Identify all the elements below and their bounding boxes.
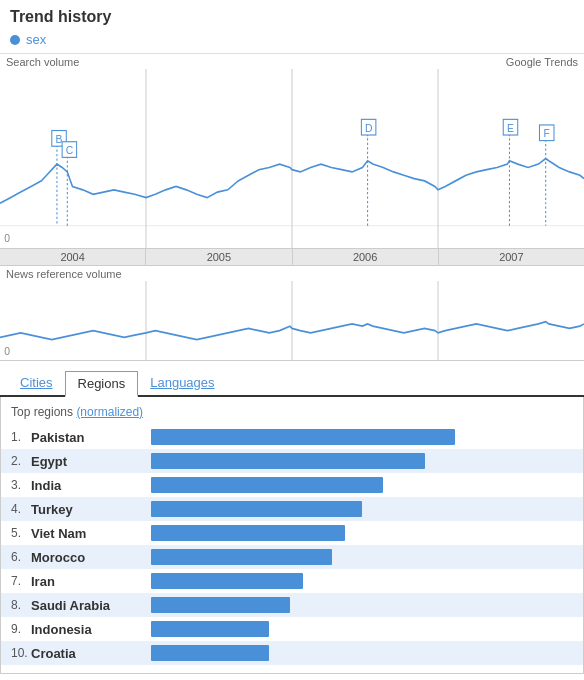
tab-cities[interactable]: Cities <box>8 371 65 395</box>
region-name: Indonesia <box>31 622 151 637</box>
region-rank: 1. <box>11 430 31 444</box>
news-chart-area: 0 <box>0 281 584 361</box>
region-bar-container <box>151 501 573 517</box>
keyword-dot <box>10 35 20 45</box>
svg-text:E: E <box>507 121 514 133</box>
region-name: India <box>31 478 151 493</box>
region-row: 7. Iran <box>11 569 573 593</box>
region-rank: 8. <box>11 598 31 612</box>
year-2007: 2007 <box>439 249 584 265</box>
region-row: 9. Indonesia <box>11 617 573 641</box>
region-rank: 4. <box>11 502 31 516</box>
region-bar-container <box>151 573 573 589</box>
region-bar <box>151 453 425 469</box>
region-bar-container <box>151 477 573 493</box>
tab-regions[interactable]: Regions <box>65 371 139 397</box>
region-rank: 7. <box>11 574 31 588</box>
tab-languages[interactable]: Languages <box>138 371 226 395</box>
search-volume-chart: Search volume Google Trends B C <box>0 53 584 361</box>
region-rank: 10. <box>11 646 31 660</box>
year-2004: 2004 <box>0 249 146 265</box>
tabs-section: Cities Regions Languages Top regions (no… <box>0 361 584 674</box>
region-bar <box>151 573 303 589</box>
region-name: Croatia <box>31 646 151 661</box>
region-bar <box>151 429 455 445</box>
google-trends-label: Google Trends <box>506 56 578 68</box>
svg-text:0: 0 <box>4 345 10 358</box>
region-bar <box>151 525 345 541</box>
region-bar <box>151 477 383 493</box>
region-bar <box>151 501 362 517</box>
region-bar <box>151 645 269 661</box>
panel-title: Trend history <box>0 0 584 30</box>
region-name: Saudi Arabia <box>31 598 151 613</box>
region-row: 5. Viet Nam <box>11 521 573 545</box>
keyword-label: sex <box>26 32 46 47</box>
region-bar <box>151 549 332 565</box>
region-row: 2. Egypt <box>1 449 583 473</box>
svg-text:D: D <box>365 121 373 133</box>
region-rank: 3. <box>11 478 31 492</box>
region-bar <box>151 597 290 613</box>
region-row: 8. Saudi Arabia <box>1 593 583 617</box>
region-rank: 6. <box>11 550 31 564</box>
svg-text:C: C <box>66 144 74 156</box>
region-name: Pakistan <box>31 430 151 445</box>
year-axis: 2004 2005 2006 2007 <box>0 249 584 266</box>
main-chart-area: B C D E F 0 <box>0 69 584 249</box>
search-volume-label: Search volume <box>0 54 85 70</box>
region-rank: 5. <box>11 526 31 540</box>
region-rank: 9. <box>11 622 31 636</box>
news-volume-label: News reference volume <box>0 266 128 282</box>
year-2005: 2005 <box>146 249 292 265</box>
region-row: 3. India <box>11 473 573 497</box>
main-chart-svg: B C D E F 0 <box>0 69 584 248</box>
region-name: Morocco <box>31 550 151 565</box>
year-2006: 2006 <box>293 249 439 265</box>
region-bar-container <box>151 645 573 661</box>
region-bar-container <box>151 453 573 469</box>
region-row: 4. Turkey <box>1 497 583 521</box>
trend-history-panel: Trend history sex Search volume Google T… <box>0 0 584 674</box>
region-bar-container <box>151 525 573 541</box>
region-name: Iran <box>31 574 151 589</box>
news-chart-svg: 0 <box>0 281 584 360</box>
region-bar-container <box>151 621 573 637</box>
regions-title: Top regions (normalized) <box>11 405 573 419</box>
region-row: 10. Croatia <box>1 641 583 665</box>
region-row: 6. Morocco <box>1 545 583 569</box>
svg-text:F: F <box>544 127 551 139</box>
region-rank: 2. <box>11 454 31 468</box>
region-row: 1. Pakistan <box>11 425 573 449</box>
region-bar-container <box>151 597 573 613</box>
region-name: Egypt <box>31 454 151 469</box>
regions-container: Top regions (normalized) 1. Pakistan 2. … <box>0 397 584 674</box>
svg-text:0: 0 <box>4 232 10 244</box>
region-bar <box>151 621 269 637</box>
region-bar-container <box>151 429 573 445</box>
svg-text:B: B <box>56 132 63 144</box>
region-name: Turkey <box>31 502 151 517</box>
normalized-link[interactable]: (normalized) <box>76 405 143 419</box>
region-bar-container <box>151 549 573 565</box>
region-name: Viet Nam <box>31 526 151 541</box>
tab-bar: Cities Regions Languages <box>0 371 584 397</box>
